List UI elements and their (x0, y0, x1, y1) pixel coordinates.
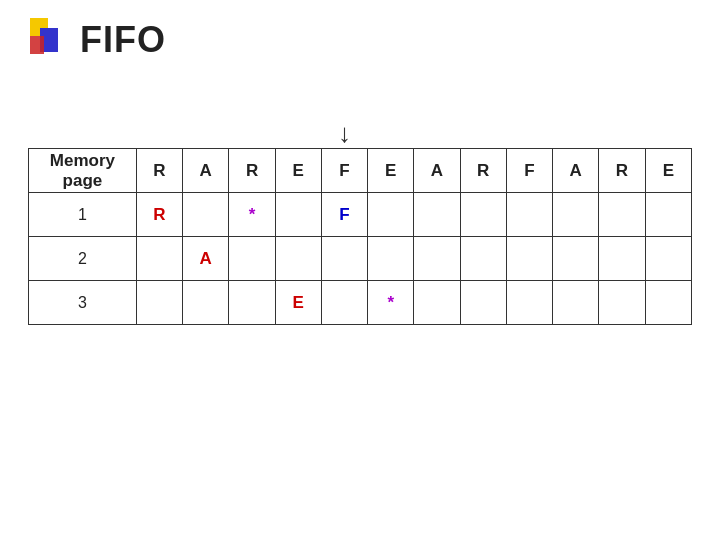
row-2-col-6 (414, 237, 460, 281)
row-3-col-3: E (275, 281, 321, 325)
row-2-col-7 (460, 237, 506, 281)
row-1-col-6 (414, 193, 460, 237)
row-3-col-9 (553, 281, 599, 325)
row-3-col-11 (645, 281, 691, 325)
memory-table: Memory page R A R E F E A R F A R E 1 R (28, 148, 692, 325)
table-row: 3 E * (29, 281, 692, 325)
row-3-col-1 (183, 281, 229, 325)
row-3-col-10 (599, 281, 645, 325)
table-header-row: Memory page R A R E F E A R F A R E (29, 149, 692, 193)
row-2-label: 2 (29, 237, 137, 281)
row-1-col-10 (599, 193, 645, 237)
logo-icon (30, 18, 68, 62)
row-2-col-10 (599, 237, 645, 281)
row-1-col-3 (275, 193, 321, 237)
title-area: FIFO (30, 18, 166, 62)
row-3-col-8 (506, 281, 552, 325)
header-col-2: R (229, 149, 275, 193)
table-row: 2 A (29, 237, 692, 281)
header-label: Memory page (29, 149, 137, 193)
row-2-col-3 (275, 237, 321, 281)
row-1-col-7 (460, 193, 506, 237)
row-1-label: 1 (29, 193, 137, 237)
table-row: 1 R * F (29, 193, 692, 237)
row-3-col-5: * (368, 281, 414, 325)
row-2-col-2 (229, 237, 275, 281)
row-2-col-11 (645, 237, 691, 281)
row-1-col-11 (645, 193, 691, 237)
table-container: Memory page R A R E F E A R F A R E 1 R (28, 148, 692, 325)
row-2-col-0 (136, 237, 182, 281)
header-col-0: R (136, 149, 182, 193)
header-col-1: A (183, 149, 229, 193)
row-2-col-9 (553, 237, 599, 281)
row-1-col-1 (183, 193, 229, 237)
page-title: FIFO (80, 19, 166, 61)
row-1-col-4: F (321, 193, 367, 237)
down-arrow: ↓ (338, 118, 351, 149)
row-2-col-1: A (183, 237, 229, 281)
row-2-col-5 (368, 237, 414, 281)
row-1-col-9 (553, 193, 599, 237)
row-1-col-2: * (229, 193, 275, 237)
svg-rect-2 (30, 36, 44, 54)
header-col-3: E (275, 149, 321, 193)
row-3-col-4 (321, 281, 367, 325)
row-3-col-7 (460, 281, 506, 325)
row-3-col-6 (414, 281, 460, 325)
row-1-col-8 (506, 193, 552, 237)
header-col-10: R (599, 149, 645, 193)
header-col-5: E (368, 149, 414, 193)
header-col-8: F (506, 149, 552, 193)
row-3-col-0 (136, 281, 182, 325)
header-col-6: A (414, 149, 460, 193)
header-col-9: A (553, 149, 599, 193)
row-3-label: 3 (29, 281, 137, 325)
header-col-7: R (460, 149, 506, 193)
row-1-col-0: R (136, 193, 182, 237)
row-3-col-2 (229, 281, 275, 325)
header-col-11: E (645, 149, 691, 193)
row-1-col-5 (368, 193, 414, 237)
row-2-col-4 (321, 237, 367, 281)
header-col-4: F (321, 149, 367, 193)
row-2-col-8 (506, 237, 552, 281)
